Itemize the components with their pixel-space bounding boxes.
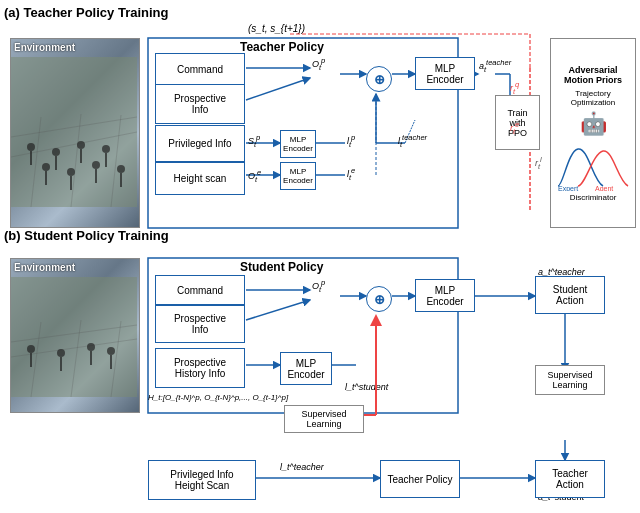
robot-icon: 🤖 xyxy=(580,111,607,137)
svg-point-53 xyxy=(42,163,50,171)
teacher-lte-label: lte xyxy=(347,166,355,182)
student-env-label: Environment xyxy=(14,262,75,273)
main-container: (s_t, s_{t+1}) xyxy=(0,0,640,513)
teacher-action-box: Teacher Action xyxy=(535,460,605,498)
svg-point-55 xyxy=(67,168,75,176)
rq-label: rtq xyxy=(510,80,519,96)
ht-label: H_t:[O_{t-N}^p, O_{t-N}^p,..., O_{t-1}^p… xyxy=(148,393,288,402)
svg-text:(s_t, s_{t+1}): (s_t, s_{t+1}) xyxy=(248,23,305,34)
teacher-ote-label: Ote xyxy=(248,168,261,184)
svg-text:l_t^teacher: l_t^teacher xyxy=(280,462,325,472)
svg-rect-63 xyxy=(11,277,137,397)
svg-line-22 xyxy=(246,300,310,320)
svg-rect-39 xyxy=(11,57,137,207)
teacher-otp-label: Otp xyxy=(312,56,325,72)
student-otp-label: Otp xyxy=(312,278,325,294)
teacher-policy-title: Teacher Policy xyxy=(240,40,324,54)
adversarial-title: Adversarial Motion Priors xyxy=(555,65,631,85)
traj-opt-label: Trajectory Optimization xyxy=(555,89,631,107)
teacher-prospective-box: Prospective Info xyxy=(155,84,245,124)
priv-height-box: Privileged Info Height Scan xyxy=(148,460,256,500)
teacher-mlp-main: MLP Encoder xyxy=(415,57,475,90)
svg-point-69 xyxy=(27,345,35,353)
supervised-learning-box: Supervised Learning xyxy=(284,405,364,433)
student-plus-circle: ⊕ xyxy=(366,286,392,312)
svg-point-51 xyxy=(102,145,110,153)
adversarial-box: Adversarial Motion Priors Trajectory Opt… xyxy=(550,38,636,228)
svg-text:Agent: Agent xyxy=(595,185,613,191)
section-b-label: (b) Student Policy Training xyxy=(4,228,169,243)
re-label: rte xyxy=(510,120,519,136)
student-environment-box: Environment xyxy=(10,258,140,413)
discriminator-label: Discriminator xyxy=(570,193,617,202)
student-history-box: Prospective History Info xyxy=(155,348,245,388)
teacher-height-box: Height scan xyxy=(155,162,245,195)
svg-point-73 xyxy=(87,343,95,351)
student-mlp-history: MLP Encoder xyxy=(280,352,332,385)
teacher-privileged-box: Privileged Info xyxy=(155,125,245,162)
teacher-mlp-height: MLP Encoder xyxy=(280,162,316,190)
svg-point-45 xyxy=(27,143,35,151)
student-policy-title: Student Policy xyxy=(240,260,323,274)
teacher-command-box: Command xyxy=(155,53,245,86)
svg-point-57 xyxy=(92,161,100,169)
student-prospective-box: Prospective Info xyxy=(155,305,245,343)
rl-label: rtl xyxy=(535,155,542,171)
teacher-a-label: atteacher xyxy=(479,58,511,74)
svg-line-5 xyxy=(246,78,310,100)
supervised-learning-right-box: Supervised Learning xyxy=(535,365,605,395)
teacher-env-label: Environment xyxy=(14,42,75,53)
teacher-environment-box: Environment xyxy=(10,38,140,228)
svg-point-49 xyxy=(77,141,85,149)
student-mlp-main: MLP Encoder xyxy=(415,279,475,312)
student-command-box: Command xyxy=(155,275,245,305)
teacher-policy-bottom-box: Teacher Policy xyxy=(380,460,460,498)
svg-point-71 xyxy=(57,349,65,357)
section-a-label: (a) Teacher Policy Training xyxy=(4,5,168,20)
teacher-ltp-label: ltp xyxy=(347,133,355,149)
teacher-st-label: Stp xyxy=(248,133,260,149)
teacher-plus-circle: ⊕ xyxy=(366,66,392,92)
svg-point-47 xyxy=(52,148,60,156)
svg-point-75 xyxy=(107,347,115,355)
student-action-box: Student Action xyxy=(535,276,605,314)
gaussian-curves: Expert Agent xyxy=(553,141,633,191)
teacher-mlp-priv: MLP Encoder xyxy=(280,130,316,158)
svg-text:Expert: Expert xyxy=(558,185,578,191)
svg-text:l_t^student: l_t^student xyxy=(345,382,389,392)
teacher-lteacher-label: ltteacher xyxy=(398,133,427,149)
svg-point-59 xyxy=(117,165,125,173)
